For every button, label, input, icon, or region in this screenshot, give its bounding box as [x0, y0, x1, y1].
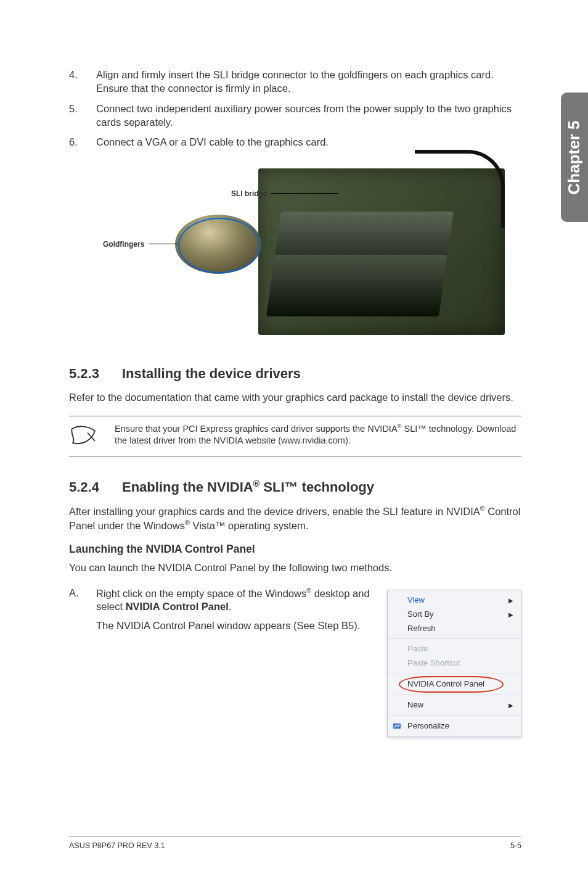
- menu-item-paste: Paste: [388, 642, 521, 656]
- menu-label: View: [407, 595, 425, 606]
- menu-label: Refresh: [407, 624, 436, 634]
- menu-label: Personalize: [407, 721, 449, 732]
- footer-page-number: 5-5: [510, 841, 521, 850]
- personalize-icon: [393, 722, 401, 730]
- menu-item-paste-shortcut: Paste Shortcut: [388, 656, 521, 670]
- chapter-side-tab: Chapter 5: [561, 93, 588, 222]
- sli-bridge-label: SLI bridge: [231, 189, 267, 198]
- step-text: Connect two independent auxiliary power …: [96, 102, 521, 130]
- menu-item-refresh[interactable]: Refresh: [388, 622, 521, 636]
- page-footer: ASUS P8P67 PRO REV 3.1 5-5: [69, 836, 521, 850]
- menu-label: New: [407, 700, 423, 711]
- submenu-arrow-icon: ▶: [508, 701, 513, 709]
- menu-item-view[interactable]: View ▶: [388, 593, 521, 608]
- step-5: 5. Connect two independent auxiliary pow…: [69, 102, 521, 130]
- step-number: 6.: [69, 135, 96, 149]
- svg-rect-0: [393, 724, 401, 729]
- graphics-card-graphic: [266, 255, 447, 316]
- menu-label: Sort By: [407, 609, 434, 620]
- step-text: Right click on the empty space of the Wi…: [96, 586, 370, 637]
- chapter-side-label: Chapter 5: [565, 120, 584, 194]
- step-a: A. Right click on the empty space of the…: [69, 586, 370, 637]
- menu-item-nvidia-control-panel[interactable]: NVIDIA Control Panel: [388, 677, 521, 691]
- menu-item-personalize[interactable]: Personalize: [388, 719, 521, 733]
- menu-label: Paste Shortcut: [407, 658, 460, 669]
- step-text: Connect a VGA or a DVI cable to the grap…: [96, 135, 329, 149]
- section-title: Installing the device drivers: [122, 366, 301, 381]
- section-number: 5.2.4: [69, 479, 122, 495]
- section-title: Enabling the NVIDIA® SLI™ technology: [122, 479, 374, 495]
- subheading: Launching the NVIDIA Control Panel: [69, 543, 521, 556]
- menu-label: Paste: [407, 644, 428, 654]
- section-number: 5.2.3: [69, 366, 122, 382]
- callout-line: [149, 244, 178, 244]
- step-4: 4. Align and firmly insert the SLI bridg…: [69, 68, 521, 96]
- menu-item-sort-by[interactable]: Sort By ▶: [388, 608, 521, 622]
- note-text: Ensure that your PCI Express graphics ca…: [115, 423, 521, 447]
- submenu-arrow-icon: ▶: [508, 611, 513, 619]
- note-icon: [69, 423, 99, 450]
- numbered-steps: 4. Align and firmly insert the SLI bridg…: [69, 68, 521, 149]
- goldfingers-label: Goldfingers: [103, 240, 144, 249]
- step-number: 5.: [69, 102, 96, 130]
- step-letter: A.: [69, 586, 96, 637]
- section-heading-524: 5.2.4Enabling the NVIDIA® SLI™ technolog…: [69, 479, 521, 495]
- step-text: Align and firmly insert the SLI bridge c…: [96, 68, 521, 96]
- section-body: After installing your graphics cards and…: [69, 504, 521, 532]
- callout-line: [271, 193, 338, 194]
- menu-label: NVIDIA Control Panel: [407, 679, 484, 690]
- submenu-arrow-icon: ▶: [508, 596, 513, 604]
- menu-item-new[interactable]: New ▶: [388, 698, 521, 712]
- sub-body: You can launch the NVIDIA Control Panel …: [69, 561, 521, 574]
- step-number: 4.: [69, 68, 96, 96]
- hardware-figure: SLI bridge Goldfingers: [73, 156, 517, 341]
- section-heading-523: 5.2.3Installing the device drivers: [69, 366, 521, 382]
- highlight-ellipse: [178, 218, 261, 273]
- footer-left: ASUS P8P67 PRO REV 3.1: [69, 841, 165, 850]
- context-menu: View ▶ Sort By ▶ Refresh Paste Paste Sho…: [387, 590, 521, 737]
- step-6: 6. Connect a VGA or a DVI cable to the g…: [69, 135, 521, 149]
- note-box: Ensure that your PCI Express graphics ca…: [69, 416, 521, 456]
- section-body: Refer to the documentation that came wit…: [69, 390, 521, 404]
